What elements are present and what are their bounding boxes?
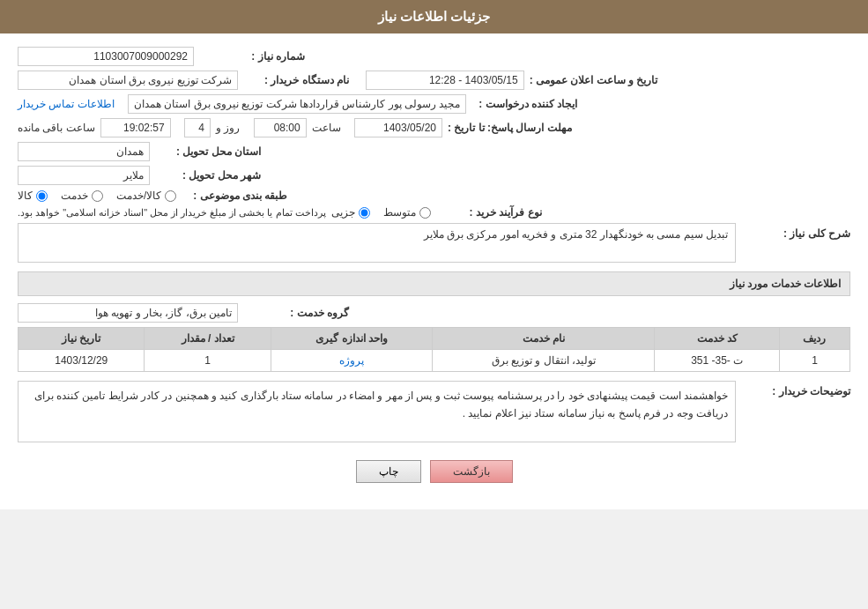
announce-label: تاریخ و ساعت اعلان عمومی : — [530, 74, 658, 86]
service-group-value: تامین برق، گاز، بخار و تهویه هوا — [18, 303, 238, 323]
request-number-label: شماره نیاز : — [199, 50, 305, 63]
purchase-type-label-jozi: جزیی — [331, 206, 355, 219]
cell-unit: پروژه — [271, 350, 433, 372]
purchase-type-row: نوع فرآیند خرید : متوسط جزیی پرداخت تمام… — [18, 206, 850, 219]
col-header-name: نام خدمت — [433, 328, 655, 350]
page-header: جزئیات اطلاعات نیاز — [0, 0, 868, 33]
table-row: 1 ت -35- 351 تولید، انتقال و توزیع برق پ… — [19, 350, 850, 372]
col-header-code: کد خدمت — [655, 328, 780, 350]
category-label: طبقه بندی موضوعی : — [182, 189, 287, 202]
announce-value: 1403/05/15 - 12:28 — [366, 71, 524, 90]
category-option-kala[interactable]: کالا — [18, 189, 48, 202]
cell-name: تولید، انتقال و توزیع برق — [433, 350, 655, 372]
service-group-row: گروه خدمت : تامین برق، گاز، بخار و تهویه… — [18, 303, 850, 323]
service-group-label: گروه خدمت : — [243, 307, 349, 319]
category-radio-kala-khedmat[interactable] — [165, 190, 176, 202]
page-wrapper: جزئیات اطلاعات نیاز شماره نیاز : 1103007… — [0, 0, 868, 509]
deadline-remaining-label: ساعت باقی مانده — [18, 122, 95, 134]
need-desc-value: تبدیل سیم مسی به خودنگهدار 32 متری و فخر… — [424, 228, 728, 241]
city-value: ملایر — [18, 166, 150, 185]
col-header-row: ردیف — [779, 328, 849, 350]
creator-row: ایجاد کننده درخواست : مجید رسولی پور کار… — [18, 94, 850, 114]
buyer-org-label: نام دستگاه خریدار : — [243, 74, 349, 86]
services-section-header: اطلاعات خدمات مورد نیاز — [18, 271, 850, 296]
cell-row-num: 1 — [779, 350, 849, 372]
province-value: همدان — [18, 142, 150, 161]
back-button[interactable]: بازگشت — [430, 460, 513, 483]
deadline-remaining: 19:02:57 — [100, 118, 171, 137]
footer-buttons: بازگشت چاپ — [18, 451, 850, 496]
announce-row: تاریخ و ساعت اعلان عمومی : 1403/05/15 - … — [18, 71, 850, 90]
deadline-time: 08:00 — [254, 118, 307, 137]
creator-value: مجید رسولی پور کارشناس قراردادها شرکت تو… — [128, 94, 466, 114]
category-label-kala: کالا — [18, 189, 33, 202]
city-label: شهر محل تحویل : — [155, 169, 261, 182]
col-header-date: تاریخ نیاز — [19, 328, 145, 350]
purchase-type-radio-group: متوسط جزیی — [331, 206, 431, 219]
deadline-date: 1403/05/20 — [354, 118, 442, 137]
buyer-notes-box: خواهشمند است قیمت پیشنهادی خود را در پرس… — [18, 381, 736, 442]
need-desc-section: شرح کلی نیاز : تبدیل سیم مسی به خودنگهدا… — [18, 223, 850, 263]
service-table: ردیف کد خدمت نام خدمت واحد اندازه گیری ت… — [18, 327, 850, 372]
category-radio-kala[interactable] — [36, 190, 48, 202]
content-area: شماره نیاز : 1103007009000292 تاریخ و سا… — [0, 33, 868, 509]
category-label-kala-khedmat: کالا/خدمت — [116, 189, 161, 202]
need-desc-box: تبدیل سیم مسی به خودنگهدار 32 متری و فخر… — [18, 223, 736, 263]
need-desc-label: شرح کلی نیاز : — [745, 223, 850, 240]
request-number-row: شماره نیاز : 1103007009000292 — [18, 47, 850, 66]
cell-date: 1403/12/29 — [19, 350, 145, 372]
cell-code: ت -35- 351 — [655, 350, 780, 372]
creator-label: ایجاد کننده درخواست : — [471, 98, 577, 110]
buyer-notes-label: توضیحات خریدار : — [745, 381, 850, 397]
purchase-type-label: نوع فرآیند خرید : — [436, 206, 542, 219]
col-header-qty: تعداد / مقدار — [145, 328, 271, 350]
category-label-khedmat: خدمت — [61, 189, 88, 202]
deadline-row: مهلت ارسال پاسخ: تا تاریخ : 1403/05/20 س… — [18, 118, 850, 137]
purchase-type-radio-jozi[interactable] — [359, 207, 370, 219]
purchase-type-option-motavasset[interactable]: متوسط — [383, 206, 431, 219]
category-option-khedmat[interactable]: خدمت — [61, 189, 103, 202]
city-row: شهر محل تحویل : ملایر — [18, 166, 850, 185]
buyer-notes-value: خواهشمند است قیمت پیشنهادی خود را در پرس… — [34, 390, 728, 420]
category-row: طبقه بندی موضوعی : کالا/خدمت خدمت کالا — [18, 189, 850, 202]
buyer-org-value: شرکت توزیع نیروی برق استان همدان — [18, 71, 238, 90]
col-header-unit: واحد اندازه گیری — [271, 328, 433, 350]
request-number-value: 1103007009000292 — [18, 47, 194, 66]
deadline-time-label: ساعت — [312, 122, 341, 134]
deadline-days: 4 — [184, 118, 211, 137]
purchase-type-note: پرداخت تمام یا بخشی از مبلغ خریدار از مح… — [18, 207, 326, 219]
category-radio-group: کالا/خدمت خدمت کالا — [18, 189, 176, 202]
province-row: استان محل تحویل : همدان — [18, 142, 850, 161]
deadline-days-label: روز و — [216, 122, 240, 134]
purchase-type-radio-motavasset[interactable] — [419, 207, 431, 219]
province-label: استان محل تحویل : — [155, 145, 261, 158]
category-option-kala-khedmat[interactable]: کالا/خدمت — [116, 189, 176, 202]
deadline-label: مهلت ارسال پاسخ: تا تاریخ : — [448, 122, 572, 134]
buyer-notes-section: توضیحات خریدار : خواهشمند است قیمت پیشنه… — [18, 381, 850, 442]
contact-link[interactable]: اطلاعات تماس خریدار — [18, 98, 115, 110]
purchase-type-option-jozi[interactable]: جزیی — [331, 206, 370, 219]
cell-qty: 1 — [145, 350, 271, 372]
purchase-type-label-motavasset: متوسط — [383, 206, 416, 219]
print-button[interactable]: چاپ — [356, 460, 421, 483]
category-radio-khedmat[interactable] — [92, 190, 103, 202]
page-title: جزئیات اطلاعات نیاز — [378, 9, 490, 24]
